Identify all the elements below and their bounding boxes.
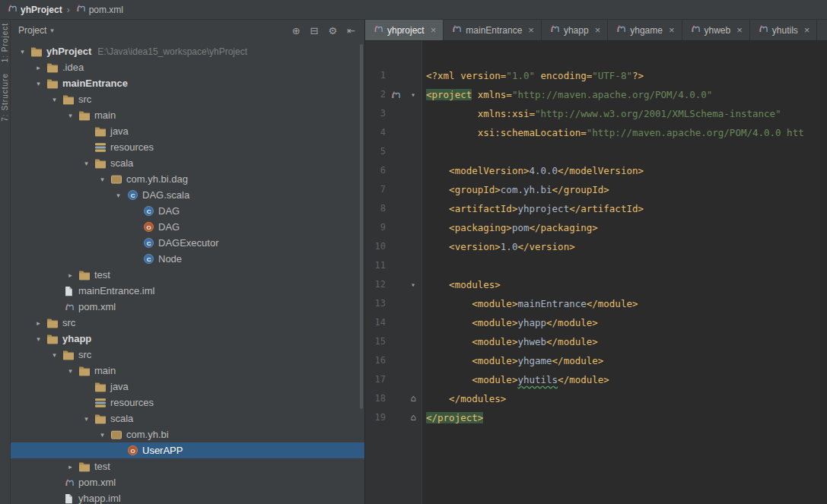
tree-item-test[interactable]: ▸test — [11, 267, 364, 283]
gutter-spacer — [386, 408, 404, 427]
close-icon[interactable]: × — [528, 25, 534, 35]
code-segment: yhgame — [517, 355, 552, 366]
tree-item-com.yh.bi.dag[interactable]: ▾com.yh.bi.dag — [11, 171, 364, 187]
expand-arrow[interactable]: ▾ — [95, 176, 110, 183]
close-icon[interactable]: × — [804, 25, 810, 35]
folder-icon — [78, 366, 91, 376]
expand-arrow[interactable]: ▾ — [111, 192, 126, 199]
folder-icon — [62, 350, 75, 360]
expand-arrow[interactable]: ▸ — [31, 319, 46, 327]
code-text: xmlns:xsi="http://www.w3.org/2001/XMLSch… — [422, 104, 781, 123]
expand-arrow[interactable]: ▾ — [47, 96, 62, 103]
tree-item-main[interactable]: ▾main — [11, 363, 364, 379]
expand-arrow[interactable]: ▾ — [79, 160, 94, 167]
project-view-selector[interactable]: Project ▾ — [18, 25, 54, 36]
expand-arrow[interactable]: ▾ — [15, 48, 30, 55]
close-icon[interactable]: × — [595, 25, 601, 35]
fold-start-icon[interactable]: ▾ — [404, 275, 422, 294]
editor-tab-yhproject[interactable]: yhproject× — [365, 20, 444, 40]
code-segment: </packaging> — [529, 222, 597, 233]
tree-item-yhproject[interactable]: ▾yhProjectE:\Java\idea15_workspace\yhPro… — [11, 43, 364, 59]
fold-spacer — [404, 294, 422, 313]
code-segment: </module> — [558, 374, 609, 385]
tree-item-label: java — [110, 381, 129, 392]
tree-item-yhapp.iml[interactable]: yhapp.iml — [11, 490, 364, 504]
editor-tab-yhutils[interactable]: yhutils× — [750, 20, 818, 40]
hide-panel-icon[interactable]: ⇤ — [347, 26, 355, 36]
tree-item-test[interactable]: ▸test — [11, 458, 364, 474]
expand-arrow[interactable]: ▸ — [63, 463, 78, 471]
tree-item-java[interactable]: java — [11, 379, 364, 395]
tree-item-yhapp[interactable]: ▾yhapp — [11, 331, 364, 347]
tree-item-com.yh.bi[interactable]: ▾com.yh.bi — [11, 426, 364, 442]
tree-item-src[interactable]: ▾src — [11, 91, 364, 107]
folder-icon — [78, 461, 91, 472]
code-line: 19⌂</project> — [365, 408, 827, 427]
editor-tab-mainEntrance[interactable]: mainEntrance× — [444, 20, 542, 40]
expand-arrow[interactable]: ▾ — [63, 367, 78, 375]
code-segment: xsi:schemaLocation= — [426, 127, 587, 138]
expand-arrow[interactable]: ▸ — [31, 64, 46, 71]
breadcrumb: yhProject›pom.xml — [0, 0, 827, 20]
tree-item-src[interactable]: ▾src — [11, 347, 364, 363]
ide-window: yhProject›pom.xml 1: Project 7: Structur… — [0, 0, 827, 504]
tool-button-structure[interactable]: 7: Structure — [1, 73, 9, 122]
fold-start-icon[interactable]: ▾ — [404, 85, 422, 104]
tree-item-label: mainEntrance.iml — [78, 285, 154, 296]
code-text: </project> — [422, 408, 483, 427]
tree-item-main[interactable]: ▾main — [11, 107, 364, 123]
tool-button-project[interactable]: 1: Project — [1, 23, 9, 62]
tree-item-.idea[interactable]: ▸.idea — [11, 59, 364, 75]
close-icon[interactable]: × — [431, 25, 437, 35]
expand-arrow[interactable]: ▾ — [31, 80, 46, 87]
package-icon — [110, 430, 123, 440]
locate-icon[interactable]: ⊕ — [292, 26, 301, 36]
collapse-all-icon[interactable]: ⊟ — [310, 26, 319, 36]
tree-item-dag.scala[interactable]: ▾CDAG.scala — [11, 187, 364, 203]
tree-item-pom.xml[interactable]: pom.xml — [11, 299, 364, 315]
code-text: xsi:schemaLocation="http://maven.apache.… — [422, 123, 804, 142]
editor-tab-yhweb[interactable]: yhweb× — [682, 20, 750, 40]
tree-item-src[interactable]: ▸src — [11, 315, 364, 331]
tree-item-scala[interactable]: ▾scala — [11, 410, 364, 426]
expand-arrow[interactable]: ▸ — [63, 271, 78, 279]
scrollbar-thumb[interactable] — [360, 44, 363, 409]
expand-arrow[interactable]: ▾ — [79, 415, 94, 423]
editor-tab-yhapp[interactable]: yhapp× — [542, 20, 608, 40]
expand-arrow[interactable]: ▾ — [63, 112, 78, 119]
fold-spacer — [404, 218, 422, 237]
tree-item-label: scala — [110, 413, 133, 424]
fold-end-icon[interactable]: ⌂ — [404, 408, 422, 427]
tree-item-dagexecutor[interactable]: CDAGExecutor — [11, 235, 364, 251]
code-segment: <groupId> — [426, 184, 501, 195]
close-icon[interactable]: × — [736, 25, 743, 35]
code-editor[interactable]: 1<?xml version="1.0" encoding="UTF-8"?>2… — [365, 41, 827, 504]
tree-item-mainentrance[interactable]: ▾mainEntrance — [11, 75, 364, 91]
tree-item-pom.xml[interactable]: pom.xml — [11, 474, 364, 490]
breadcrumb-item-pom.xml[interactable]: pom.xml — [75, 3, 123, 16]
tree-item-scala[interactable]: ▾scala — [11, 155, 364, 171]
code-segment: com.yh.bi — [501, 184, 552, 195]
code-line: 6 <modelVersion>4.0.0</modelVersion> — [365, 161, 827, 180]
expand-arrow[interactable]: ▾ — [95, 431, 110, 439]
expand-arrow[interactable]: ▾ — [47, 351, 62, 359]
project-panel: Project ▾ ⊕⊟⚙⇤ ▾yhProjectE:\Java\idea15_… — [11, 20, 365, 504]
settings-gear-icon[interactable]: ⚙ — [328, 26, 337, 36]
tree-item-java[interactable]: java — [11, 123, 364, 139]
fold-spacer — [404, 161, 422, 180]
tree-item-resources[interactable]: resources — [11, 395, 364, 410]
tree-item-userapp[interactable]: OUserAPP — [11, 442, 364, 458]
tree-item-mainentrance.iml[interactable]: mainEntrance.iml — [11, 283, 364, 299]
tree-item-resources[interactable]: resources — [11, 139, 364, 155]
maven-icon — [757, 24, 768, 36]
fold-end-icon[interactable]: ⌂ — [404, 389, 422, 408]
close-icon[interactable]: × — [669, 25, 675, 35]
expand-arrow[interactable]: ▾ — [31, 335, 46, 343]
tree-item-node[interactable]: CNode — [11, 251, 364, 267]
breadcrumb-item-yhProject[interactable]: yhProject — [6, 3, 62, 16]
tree-item-dag[interactable]: ODAG — [11, 219, 364, 235]
line-number: 15 — [365, 332, 386, 351]
project-panel-header: Project ▾ ⊕⊟⚙⇤ — [11, 20, 364, 41]
tree-item-dag[interactable]: CDAG — [11, 203, 364, 219]
editor-tab-yhgame[interactable]: yhgame× — [608, 20, 682, 40]
